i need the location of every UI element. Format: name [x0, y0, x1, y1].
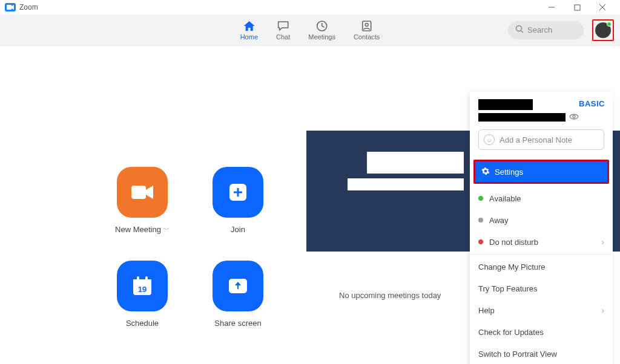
svg-point-22	[573, 115, 575, 118]
presence-dot-icon	[607, 22, 612, 27]
tile-join[interactable]: Join	[205, 167, 271, 234]
status-dnd-icon	[478, 239, 483, 244]
contacts-icon	[361, 20, 373, 32]
titlebar: Zoom	[0, 0, 620, 15]
menu-label: Settings	[495, 167, 523, 177]
menu-dnd[interactable]: Do not disturb ›	[470, 231, 613, 253]
settings-highlight: Settings	[473, 160, 609, 184]
home-icon	[243, 20, 255, 32]
svg-rect-18	[137, 276, 139, 281]
svg-point-10	[516, 26, 522, 31]
tile-share-screen[interactable]: Share screen	[205, 261, 271, 328]
plus-icon	[213, 167, 263, 218]
tab-home[interactable]: Home	[240, 20, 258, 41]
video-icon	[117, 167, 168, 218]
menu-label: Check for Updates	[478, 328, 544, 337]
menu-check-updates[interactable]: Check for Updates	[470, 321, 613, 343]
menu-label: Try Top Features	[478, 284, 538, 293]
eye-icon[interactable]	[569, 112, 579, 122]
clock-icon	[316, 20, 328, 32]
smile-icon: ☺	[484, 134, 495, 145]
tab-label: Contacts	[354, 33, 380, 41]
note-placeholder: Add a Personal Note	[500, 135, 572, 145]
tab-meetings[interactable]: Meetings	[308, 20, 335, 41]
menu-top-features[interactable]: Try Top Features	[470, 278, 613, 299]
tab-chat[interactable]: Chat	[276, 20, 290, 41]
gear-icon	[481, 167, 490, 177]
search-input[interactable]: Search	[508, 21, 584, 39]
no-upcoming-text: No upcoming meetings today	[339, 291, 441, 300]
svg-text:19: 19	[138, 285, 147, 294]
profile-avatar[interactable]	[595, 22, 611, 38]
tile-label: New Meeting	[115, 225, 161, 234]
chevron-down-icon[interactable]: ﹀	[163, 226, 170, 234]
tile-label: Join	[231, 225, 245, 234]
menu-change-picture[interactable]: Change My Picture	[470, 256, 613, 278]
main-content: New Meeting ﹀ Join 19 Schedule Share scr…	[0, 46, 620, 364]
hero-time-redacted	[367, 152, 464, 174]
search-icon	[515, 25, 524, 35]
menu-label: Switch to Portrait View	[478, 349, 557, 359]
menu-label: Available	[489, 194, 521, 203]
tab-label: Home	[240, 33, 258, 41]
window-controls	[539, 0, 615, 15]
tile-grid: New Meeting ﹀ Join 19 Schedule Share scr…	[109, 167, 271, 328]
divider	[470, 254, 613, 255]
zoom-app-icon	[5, 3, 16, 11]
chevron-right-icon: ›	[601, 237, 604, 247]
tile-new-meeting[interactable]: New Meeting ﹀	[109, 167, 176, 234]
tile-schedule[interactable]: 19 Schedule	[109, 261, 176, 328]
navbar: Home Chat Meetings Contacts Search	[0, 15, 620, 46]
svg-line-7	[322, 26, 325, 27]
menu-label: Away	[489, 216, 509, 225]
profile-avatar-highlight	[592, 19, 614, 41]
user-name-redacted	[478, 99, 533, 110]
menu-label: Change My Picture	[478, 262, 546, 271]
chat-icon	[277, 20, 289, 32]
svg-rect-17	[133, 279, 151, 284]
svg-rect-2	[575, 5, 580, 10]
nav-tabs: Home Chat Meetings Contacts	[240, 20, 380, 41]
menu-available[interactable]: Available	[470, 187, 613, 209]
user-email-redacted	[478, 113, 566, 122]
close-button[interactable]	[590, 0, 615, 15]
menu-settings[interactable]: Settings	[475, 161, 607, 182]
tile-label: Schedule	[126, 319, 159, 328]
menu-portrait-view[interactable]: Switch to Portrait View	[470, 343, 613, 364]
svg-point-9	[365, 23, 368, 26]
tab-label: Meetings	[308, 33, 335, 41]
menu-label: Help	[478, 306, 495, 315]
menu-label: Do not disturb	[489, 238, 538, 247]
menu-away[interactable]: Away	[470, 209, 613, 231]
calendar-icon: 19	[117, 261, 168, 311]
maximize-button[interactable]	[564, 0, 590, 15]
profile-dropdown: BASIC ☺ Add a Personal Note Settings Ava…	[470, 92, 613, 364]
chevron-right-icon: ›	[601, 305, 604, 315]
menu-help[interactable]: Help ›	[470, 299, 613, 321]
status-away-icon	[478, 218, 483, 223]
status-available-icon	[478, 196, 483, 201]
svg-rect-19	[145, 276, 148, 281]
tab-label: Chat	[276, 33, 290, 41]
tab-contacts[interactable]: Contacts	[354, 20, 380, 41]
minimize-button[interactable]	[539, 0, 564, 15]
svg-rect-12	[131, 186, 146, 199]
hero-date-redacted	[348, 178, 464, 190]
svg-rect-0	[7, 5, 12, 10]
tile-label: Share screen	[214, 319, 261, 328]
search-placeholder: Search	[527, 25, 552, 34]
share-icon	[213, 261, 263, 311]
window-title: Zoom	[19, 3, 38, 11]
svg-line-11	[521, 31, 523, 33]
plan-badge: BASIC	[579, 99, 605, 108]
personal-note-input[interactable]: ☺ Add a Personal Note	[478, 129, 604, 150]
